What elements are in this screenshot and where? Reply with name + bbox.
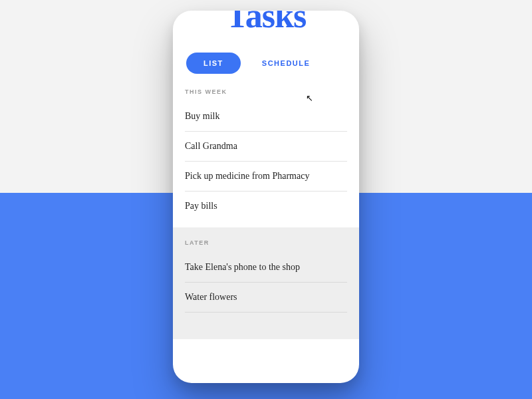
- section-header-later: Later: [185, 239, 347, 246]
- section-this-week: This Week Buy milk Call Grandma Pick up …: [173, 88, 359, 221]
- task-item[interactable]: Buy milk: [185, 102, 347, 132]
- view-tabs: List Schedule: [186, 53, 359, 74]
- phone-frame: Tasks List Schedule This Week Buy milk C…: [173, 11, 359, 383]
- section-header-this-week: This Week: [185, 88, 347, 95]
- section-later: Later Take Elena's phone to the shop Wat…: [173, 227, 359, 339]
- task-item[interactable]: Pay bills: [185, 192, 347, 221]
- task-item[interactable]: Pick up medicine from Pharmacy: [185, 162, 347, 192]
- task-item[interactable]: Water flowers: [185, 283, 347, 313]
- tab-list[interactable]: List: [186, 53, 241, 74]
- task-item[interactable]: Take Elena's phone to the shop: [185, 253, 347, 283]
- task-item[interactable]: Call Grandma: [185, 132, 347, 162]
- app-title: Tasks: [173, 11, 359, 35]
- tab-schedule[interactable]: Schedule: [259, 53, 313, 74]
